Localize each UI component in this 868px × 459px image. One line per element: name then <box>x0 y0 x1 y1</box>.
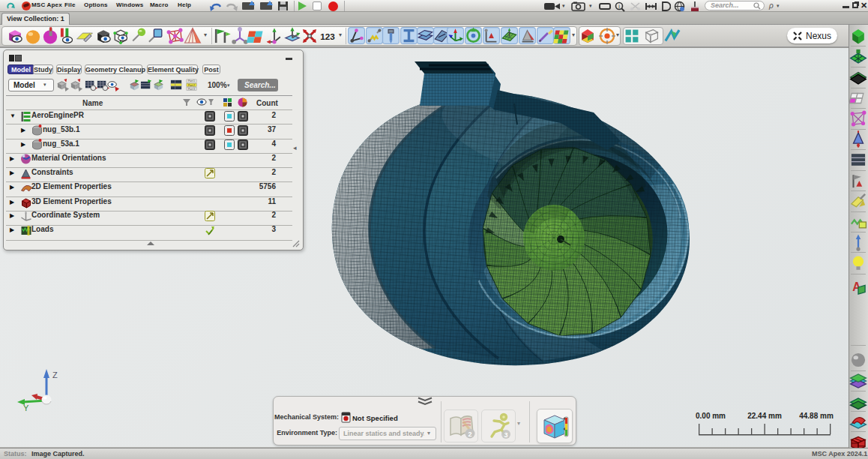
svg-text:Part 2: Part 2 <box>188 84 195 87</box>
svg-text:Y: Y <box>23 404 29 412</box>
svg-text:2: 2 <box>468 430 471 438</box>
svg-text:Part 1: Part 1 <box>188 80 195 82</box>
svg-text:i: i <box>618 4 620 9</box>
svg-text:3: 3 <box>504 431 507 439</box>
svg-text:123: 123 <box>320 32 335 41</box>
svg-text:Part 3: Part 3 <box>188 88 195 91</box>
svg-text:Z: Z <box>52 370 58 380</box>
